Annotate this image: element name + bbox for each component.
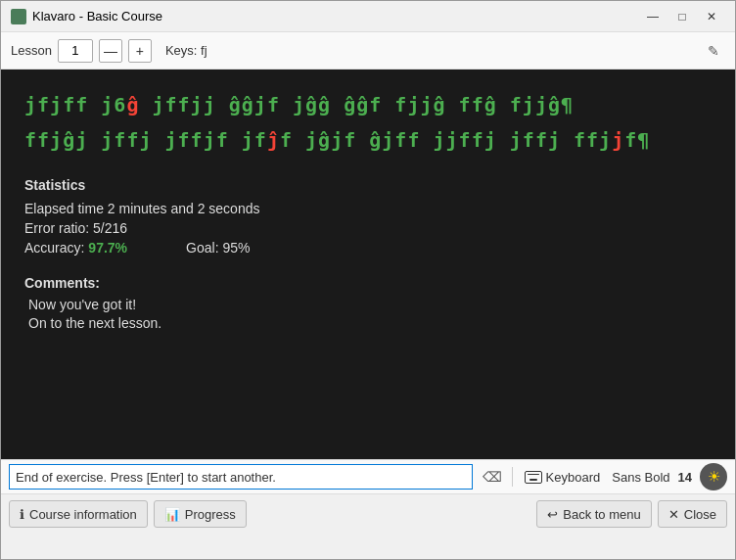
clear-status-button[interactable]: ⌫ <box>481 465 504 489</box>
divider <box>512 467 513 487</box>
keyboard-icon <box>525 471 542 484</box>
toolbar: Lesson 1 — + Keys: fj ✎ <box>1 32 735 70</box>
statusbar: ⌫ Keyboard Sans Bold 14 ☀ <box>1 459 735 494</box>
progress-label: Progress <box>185 507 236 522</box>
font-name-label: Sans Bold <box>612 470 669 485</box>
comments-section: Comments: Now you've got it! On to the n… <box>24 275 712 331</box>
minimize-button[interactable]: — <box>639 7 667 26</box>
info-icon: ℹ <box>20 507 24 522</box>
bottombar: ℹ Course information 📊 Progress ↩ Back t… <box>1 494 735 534</box>
lesson-number: 1 <box>58 39 93 63</box>
close-button[interactable]: ✕ Close <box>658 500 727 528</box>
comment-line-2: On to the next lesson. <box>24 315 712 331</box>
accuracy-label: Accuracy: <box>24 240 84 256</box>
statistics-heading: Statistics <box>24 177 712 193</box>
close-label: Close <box>684 507 716 522</box>
titlebar: Klavaro - Basic Course — □ ✕ <box>1 1 735 32</box>
progress-icon: 📊 <box>164 507 180 522</box>
course-information-label: Course information <box>29 507 137 522</box>
progress-button[interactable]: 📊 Progress <box>154 500 247 528</box>
close-window-button[interactable]: ✕ <box>698 7 725 26</box>
error-ratio: Error ratio: 5/216 <box>24 220 712 236</box>
keyboard-label: Keyboard <box>546 470 601 485</box>
goal: Goal: 95% <box>186 240 250 256</box>
keyboard-button[interactable]: Keyboard <box>521 470 605 485</box>
back-to-menu-button[interactable]: ↩ Back to menu <box>536 500 652 528</box>
course-information-button[interactable]: ℹ Course information <box>9 500 148 528</box>
keys-label: Keys: fj <box>165 43 207 58</box>
statistics-section: Statistics Elapsed time 2 minutes and 2 … <box>24 177 712 256</box>
accuracy-value: 97.7% <box>88 240 127 256</box>
window-controls: — □ ✕ <box>639 7 725 26</box>
dark-mode-toggle[interactable]: ☀ <box>700 463 727 490</box>
accuracy-row: Accuracy: 97.7% Goal: 95% <box>24 240 712 256</box>
font-size-label: 14 <box>678 470 692 485</box>
comment-line-1: Now you've got it! <box>24 297 712 312</box>
back-to-menu-label: Back to menu <box>563 507 641 522</box>
decrement-lesson-button[interactable]: — <box>99 39 122 63</box>
close-icon: ✕ <box>668 507 679 522</box>
app-icon <box>11 9 26 24</box>
maximize-button[interactable]: □ <box>668 7 696 26</box>
comments-heading: Comments: <box>24 275 712 291</box>
typing-display: jfjff j6ĝ jffjj ĝĝjf jĝĝ ĝĝf fjjĝ ffĝ fj… <box>24 87 712 158</box>
main-content: jfjff j6ĝ jffjj ĝĝjf jĝĝ ĝĝf fjjĝ ffĝ fj… <box>1 70 735 459</box>
increment-lesson-button[interactable]: + <box>128 39 152 63</box>
elapsed-time: Elapsed time 2 minutes and 2 seconds <box>24 201 712 216</box>
status-input[interactable] <box>9 464 473 490</box>
window-title: Klavaro - Basic Course <box>32 9 639 23</box>
typing-line-2: ffjĝj jffj jffjf jfĵf jĝjf ĝjff jjffj jf… <box>24 122 712 158</box>
typing-line-1: jfjff j6ĝ jffjj ĝĝjf jĝĝ ĝĝf fjjĝ ffĝ fj… <box>24 87 712 122</box>
lesson-label: Lesson <box>11 43 52 58</box>
edit-button[interactable]: ✎ <box>702 39 725 63</box>
back-icon: ↩ <box>547 507 558 522</box>
